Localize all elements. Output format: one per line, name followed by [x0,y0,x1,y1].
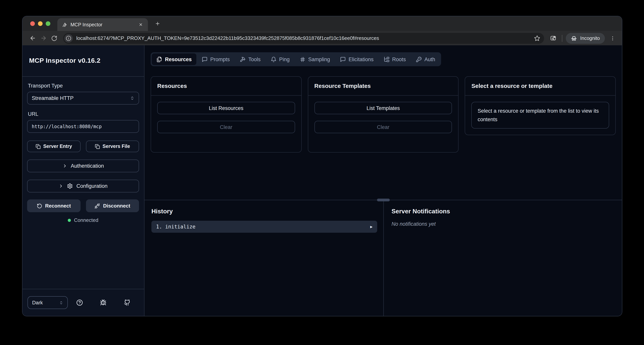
page-content: MCP Inspector v0.16.2 Transport Type Str… [22,45,622,316]
tab-label: Elicitations [348,56,374,62]
resource-preview-title: Select a resource or template [472,82,552,89]
list-resources-button[interactable]: List Resources [157,102,295,114]
forward-icon[interactable] [38,33,49,44]
tab-label: Prompts [210,56,230,62]
servers-file-label: Servers File [102,144,130,149]
disconnect-button[interactable]: Disconnect [86,200,139,212]
chevron-right-icon [62,164,67,168]
tab-close-icon[interactable] [137,21,144,28]
list-templates-button[interactable]: List Templates [314,102,452,114]
address-bar[interactable]: localhost:6274/?MCP_PROXY_AUTH_TOKEN=9e7… [63,33,544,44]
tab-label: Sampling [308,56,330,62]
key-icon [416,56,422,62]
resource-templates-header: Resource Templates [308,77,458,96]
clear-templates-button[interactable]: Clear [314,121,452,133]
server-url-value: http://localhost:8080/mcp [32,124,102,129]
reconnect-button[interactable]: Reconnect [27,200,80,212]
tab-sampling[interactable]: Sampling [295,54,335,65]
transport-type-value: Streamable HTTP [32,95,74,101]
chevrons-up-down-icon [59,301,63,304]
copy-icon [95,144,100,149]
main-content: Resources Prompts Tools Ping [144,45,622,316]
files-icon [156,56,162,62]
help-icon[interactable] [75,298,84,307]
history-item-label: 1. initialize [156,224,196,230]
unplug-icon [94,203,100,208]
transport-type-label: Transport Type [28,83,139,89]
reconnect-label: Reconnect [45,203,71,209]
connection-status: Connected [27,217,139,223]
tab-label: Roots [392,56,406,62]
notifications-empty-text: No notifications yet [392,221,614,227]
transport-type-select[interactable]: Streamable HTTP [27,92,139,104]
back-icon[interactable] [27,33,38,44]
resource-preview-panel: Select a resource or template Select a r… [465,76,616,135]
desktop-background: MCP Inspector [0,0,644,345]
sidebar: MCP Inspector v0.16.2 Transport Type Str… [22,45,144,316]
bell-icon [271,56,276,62]
new-tab-button[interactable] [153,19,162,28]
incognito-icon [571,35,577,41]
site-info-icon[interactable] [64,34,73,42]
copy-buttons-row: Server Entry Servers File [27,140,139,152]
resource-preview-body: Select a resource or template from the l… [465,96,615,135]
server-notifications-title: Server Notifications [392,208,614,215]
tab-label: Resources [165,56,192,62]
server-entry-button[interactable]: Server Entry [27,140,80,152]
servers-file-button[interactable]: Servers File [86,140,139,152]
nav-tabs-row: Resources Prompts Tools Ping [144,45,622,66]
split-drag-handle[interactable] [377,199,390,201]
resource-templates-title: Resource Templates [314,82,370,89]
theme-value: Dark [32,300,43,306]
url-text: localhost:6274/?MCP_PROXY_AUTH_TOKEN=9e7… [76,35,533,41]
configuration-expander[interactable]: Configuration [27,180,139,192]
github-icon[interactable] [122,298,132,307]
tab-title: MCP Inspector [70,22,134,27]
tab-ping[interactable]: Ping [266,54,294,65]
sidebar-header: MCP Inspector v0.16.2 [22,45,144,77]
clear-resources-button[interactable]: Clear [157,121,295,133]
tab-label: Tools [248,56,260,62]
connected-dot [68,218,71,222]
chevron-right-icon [59,184,64,188]
bookmark-star-icon[interactable] [533,34,542,43]
app-title: MCP Inspector v0.16.2 [29,57,100,65]
tab-label: Auth [424,56,435,62]
history-title: History [152,208,377,215]
tab-elicitations[interactable]: Elicitations [335,54,378,65]
authentication-expander[interactable]: Authentication [27,160,139,172]
incognito-label: Incognito [580,36,600,41]
url-label: URL [28,111,139,117]
browser-window: MCP Inspector [22,16,622,316]
window-minimize-button[interactable] [38,21,42,26]
tab-tools[interactable]: Tools [235,54,265,65]
folder-tree-icon [384,56,390,62]
reload-icon[interactable] [49,33,60,44]
main-spacer [144,152,622,200]
window-zoom-button[interactable] [46,21,50,26]
server-url-input[interactable]: http://localhost:8080/mcp [27,120,139,133]
history-item[interactable]: 1. initialize ▶ [152,221,377,233]
server-notifications-pane: Server Notifications No notifications ye… [384,200,622,316]
search-tabs-icon[interactable] [548,33,558,44]
tab-resources[interactable]: Resources [152,54,196,65]
gear-icon [67,183,73,189]
authentication-label: Authentication [71,163,104,169]
tab-prompts[interactable]: Prompts [197,54,234,65]
resource-preview-header: Select a resource or template [465,77,615,96]
browser-menu-icon[interactable] [608,34,617,43]
tab-auth[interactable]: Auth [411,54,440,65]
theme-select[interactable]: Dark [28,296,68,309]
resources-panel: Resources List Resources Clear [151,76,302,152]
bottom-panes: History 1. initialize ▶ Server Notificat… [144,200,622,316]
window-close-button[interactable] [30,21,35,26]
sidebar-footer: Dark [22,289,144,316]
configuration-label: Configuration [76,183,108,189]
message-square-icon [340,56,346,62]
toolbar-separator [562,35,562,42]
tab-roots[interactable]: Roots [379,54,410,65]
browser-tab[interactable]: MCP Inspector [57,18,148,31]
history-pane: History 1. initialize ▶ [144,200,384,316]
bug-icon[interactable] [99,298,108,307]
copy-icon [36,144,40,149]
